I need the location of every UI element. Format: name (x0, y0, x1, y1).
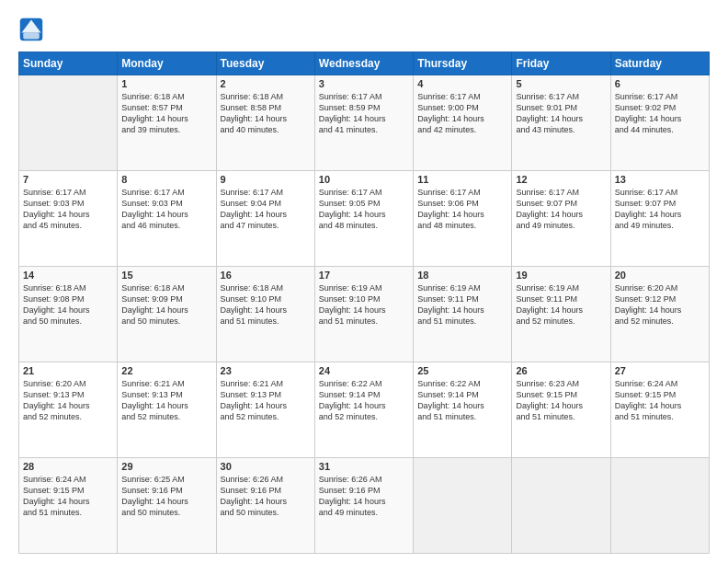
day-number: 1 (121, 78, 211, 89)
calendar-cell: 21Sunrise: 6:20 AMSunset: 9:13 PMDayligh… (19, 362, 118, 458)
day-number: 23 (221, 365, 311, 376)
day-info: Sunrise: 6:24 AMSunset: 9:15 PMDaylight:… (23, 474, 113, 519)
calendar-cell: 2Sunrise: 6:18 AMSunset: 8:58 PMDaylight… (216, 75, 314, 171)
day-number: 16 (221, 270, 311, 281)
svg-rect-2 (23, 33, 40, 40)
day-info: Sunrise: 6:23 AMSunset: 9:15 PMDaylight:… (516, 378, 606, 423)
logo-icon (18, 17, 44, 42)
day-number: 13 (615, 174, 705, 185)
day-number: 3 (319, 78, 409, 89)
calendar-cell: 27Sunrise: 6:24 AMSunset: 9:15 PMDayligh… (610, 362, 709, 458)
calendar-cell: 13Sunrise: 6:17 AMSunset: 9:07 PMDayligh… (610, 171, 709, 267)
calendar-cell: 15Sunrise: 6:18 AMSunset: 9:09 PMDayligh… (118, 267, 216, 362)
calendar-cell: 6Sunrise: 6:17 AMSunset: 9:02 PMDaylight… (610, 75, 709, 171)
day-number: 20 (615, 270, 705, 281)
day-number: 22 (121, 365, 211, 376)
calendar-week-3: 14Sunrise: 6:18 AMSunset: 9:08 PMDayligh… (19, 267, 710, 362)
calendar-cell: 30Sunrise: 6:26 AMSunset: 9:16 PMDayligh… (216, 458, 314, 554)
day-info: Sunrise: 6:22 AMSunset: 9:14 PMDaylight:… (417, 378, 507, 423)
day-number: 29 (121, 461, 211, 472)
day-number: 24 (319, 365, 409, 376)
day-info: Sunrise: 6:18 AMSunset: 8:57 PMDaylight:… (121, 91, 211, 136)
weekday-header-row: SundayMondayTuesdayWednesdayThursdayFrid… (19, 52, 710, 75)
day-info: Sunrise: 6:20 AMSunset: 9:13 PMDaylight:… (23, 378, 113, 423)
header (18, 17, 710, 42)
day-number: 2 (221, 78, 311, 89)
calendar-cell: 11Sunrise: 6:17 AMSunset: 9:06 PMDayligh… (414, 171, 512, 267)
calendar-cell: 23Sunrise: 6:21 AMSunset: 9:13 PMDayligh… (216, 362, 314, 458)
day-info: Sunrise: 6:17 AMSunset: 9:01 PMDaylight:… (516, 91, 606, 136)
calendar-cell (19, 75, 118, 171)
calendar: SundayMondayTuesdayWednesdayThursdayFrid… (18, 52, 710, 554)
calendar-cell: 25Sunrise: 6:22 AMSunset: 9:14 PMDayligh… (414, 362, 512, 458)
day-info: Sunrise: 6:26 AMSunset: 9:16 PMDaylight:… (221, 474, 311, 519)
weekday-header-thursday: Thursday (414, 52, 512, 75)
calendar-cell: 10Sunrise: 6:17 AMSunset: 9:05 PMDayligh… (314, 171, 413, 267)
day-number: 7 (23, 174, 113, 185)
calendar-cell: 4Sunrise: 6:17 AMSunset: 9:00 PMDaylight… (414, 75, 512, 171)
day-info: Sunrise: 6:17 AMSunset: 9:00 PMDaylight:… (417, 91, 507, 136)
calendar-cell: 22Sunrise: 6:21 AMSunset: 9:13 PMDayligh… (118, 362, 216, 458)
day-info: Sunrise: 6:22 AMSunset: 9:14 PMDaylight:… (319, 378, 409, 423)
day-info: Sunrise: 6:17 AMSunset: 9:04 PMDaylight:… (221, 187, 311, 232)
calendar-cell: 12Sunrise: 6:17 AMSunset: 9:07 PMDayligh… (512, 171, 610, 267)
day-number: 18 (417, 270, 507, 281)
weekday-header-sunday: Sunday (19, 52, 118, 75)
day-info: Sunrise: 6:19 AMSunset: 9:11 PMDaylight:… (417, 282, 507, 327)
calendar-cell: 19Sunrise: 6:19 AMSunset: 9:11 PMDayligh… (512, 267, 610, 362)
day-info: Sunrise: 6:17 AMSunset: 9:03 PMDaylight:… (121, 187, 211, 232)
day-info: Sunrise: 6:17 AMSunset: 9:07 PMDaylight:… (615, 187, 705, 232)
calendar-cell: 14Sunrise: 6:18 AMSunset: 9:08 PMDayligh… (19, 267, 118, 362)
day-number: 17 (319, 270, 409, 281)
day-number: 28 (23, 461, 113, 472)
day-info: Sunrise: 6:19 AMSunset: 9:11 PMDaylight:… (516, 282, 606, 327)
day-number: 5 (516, 78, 606, 89)
day-info: Sunrise: 6:21 AMSunset: 9:13 PMDaylight:… (221, 378, 311, 423)
calendar-cell: 3Sunrise: 6:17 AMSunset: 8:59 PMDaylight… (314, 75, 413, 171)
calendar-cell: 29Sunrise: 6:25 AMSunset: 9:16 PMDayligh… (118, 458, 216, 554)
day-info: Sunrise: 6:20 AMSunset: 9:12 PMDaylight:… (615, 282, 705, 327)
day-number: 27 (615, 365, 705, 376)
calendar-cell: 28Sunrise: 6:24 AMSunset: 9:15 PMDayligh… (19, 458, 118, 554)
calendar-cell: 5Sunrise: 6:17 AMSunset: 9:01 PMDaylight… (512, 75, 610, 171)
day-info: Sunrise: 6:18 AMSunset: 9:10 PMDaylight:… (221, 282, 311, 327)
day-number: 21 (23, 365, 113, 376)
logo (18, 17, 48, 42)
weekday-header-wednesday: Wednesday (314, 52, 413, 75)
day-number: 6 (615, 78, 705, 89)
day-info: Sunrise: 6:21 AMSunset: 9:13 PMDaylight:… (121, 378, 211, 423)
weekday-header-saturday: Saturday (610, 52, 709, 75)
day-info: Sunrise: 6:19 AMSunset: 9:10 PMDaylight:… (319, 282, 409, 327)
calendar-cell: 1Sunrise: 6:18 AMSunset: 8:57 PMDaylight… (118, 75, 216, 171)
day-info: Sunrise: 6:17 AMSunset: 9:05 PMDaylight:… (319, 187, 409, 232)
day-number: 30 (221, 461, 311, 472)
calendar-cell (512, 458, 610, 554)
day-number: 14 (23, 270, 113, 281)
page: SundayMondayTuesdayWednesdayThursdayFrid… (0, 0, 728, 563)
day-info: Sunrise: 6:17 AMSunset: 9:03 PMDaylight:… (23, 187, 113, 232)
calendar-cell: 26Sunrise: 6:23 AMSunset: 9:15 PMDayligh… (512, 362, 610, 458)
day-number: 19 (516, 270, 606, 281)
weekday-header-friday: Friday (512, 52, 610, 75)
weekday-header-tuesday: Tuesday (216, 52, 314, 75)
calendar-cell: 18Sunrise: 6:19 AMSunset: 9:11 PMDayligh… (414, 267, 512, 362)
calendar-cell: 7Sunrise: 6:17 AMSunset: 9:03 PMDaylight… (19, 171, 118, 267)
calendar-cell (414, 458, 512, 554)
weekday-header-monday: Monday (118, 52, 216, 75)
day-number: 25 (417, 365, 507, 376)
day-info: Sunrise: 6:18 AMSunset: 8:58 PMDaylight:… (221, 91, 311, 136)
day-info: Sunrise: 6:26 AMSunset: 9:16 PMDaylight:… (319, 474, 409, 519)
day-number: 31 (319, 461, 409, 472)
day-number: 26 (516, 365, 606, 376)
day-number: 10 (319, 174, 409, 185)
day-info: Sunrise: 6:18 AMSunset: 9:09 PMDaylight:… (121, 282, 211, 327)
day-number: 12 (516, 174, 606, 185)
day-info: Sunrise: 6:17 AMSunset: 9:07 PMDaylight:… (516, 187, 606, 232)
day-info: Sunrise: 6:17 AMSunset: 9:06 PMDaylight:… (417, 187, 507, 232)
calendar-cell (610, 458, 709, 554)
day-info: Sunrise: 6:24 AMSunset: 9:15 PMDaylight:… (615, 378, 705, 423)
day-number: 11 (417, 174, 507, 185)
day-number: 4 (417, 78, 507, 89)
calendar-cell: 20Sunrise: 6:20 AMSunset: 9:12 PMDayligh… (610, 267, 709, 362)
day-number: 9 (221, 174, 311, 185)
